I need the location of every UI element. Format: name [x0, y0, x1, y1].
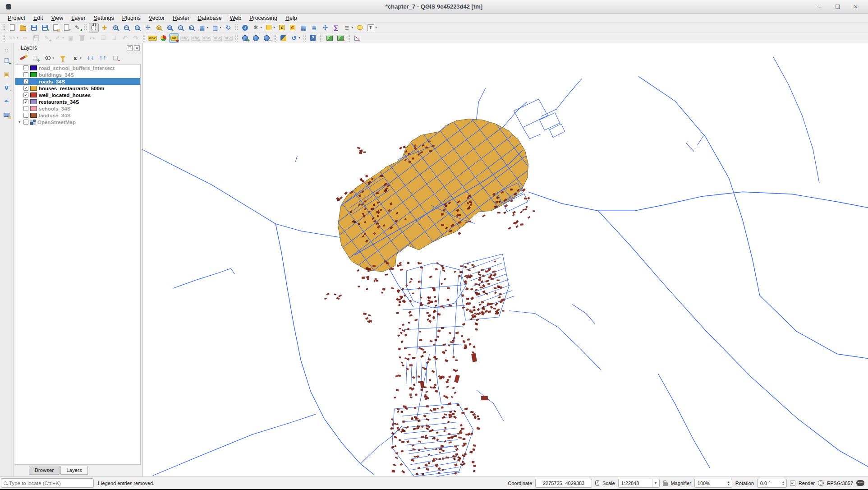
lock-icon[interactable]	[663, 482, 668, 486]
toolbar-labeling-options-button[interactable]: ab	[169, 33, 179, 43]
layer-row-OpenStreetMap[interactable]: ▾OpenStreetMap	[15, 119, 140, 125]
locate-search[interactable]	[1, 478, 94, 488]
open-layer-styling-button[interactable]	[18, 53, 28, 63]
toolbar-zoom-next-button[interactable]: ▸	[186, 23, 196, 32]
layer-row-restaurants_34S[interactable]: ✓restaurants_34S	[15, 98, 140, 105]
toolbar-statistical-summary-button[interactable]: ∑	[331, 23, 341, 32]
toolbar-layer-diagram-button[interactable]	[158, 33, 168, 43]
crs-value[interactable]: EPSG:3857	[827, 481, 853, 486]
filter-legend-button[interactable]	[58, 53, 68, 63]
layer-visibility-checkbox[interactable]	[23, 65, 28, 70]
toolbar-map-tips-button[interactable]	[355, 23, 365, 32]
toolbar-zoom-last-button[interactable]: ◂	[175, 23, 185, 32]
maximize-button[interactable]: ❑	[832, 3, 844, 11]
toolbar-python-console-button[interactable]	[278, 33, 288, 43]
new-spatialite-layer-button[interactable]: ✒	[2, 97, 12, 106]
menu-project[interactable]: Project	[4, 14, 29, 22]
toolbar-drag-handle[interactable]	[84, 24, 87, 31]
toolbar-drag-handle[interactable]	[303, 34, 306, 42]
remove-layer-button[interactable]: ❏−	[110, 53, 120, 63]
toolbar-select-by-expression-button[interactable]: ε	[277, 23, 287, 32]
data-source-manager-button[interactable]: ❏+	[2, 56, 12, 65]
float-panel-button[interactable]: ❐	[127, 45, 133, 51]
toolbar-processing-toolbox-button[interactable]: ✣	[320, 23, 330, 32]
menu-processing[interactable]: Processing	[245, 14, 281, 22]
layer-visibility-checkbox[interactable]: ✓	[23, 86, 28, 91]
toolbar-processing-history-button[interactable]: ↺▾	[289, 33, 301, 43]
toolbar-refresh-map-button[interactable]: ↻	[223, 23, 233, 32]
toolbar-new-map-view-button[interactable]: ▦▾	[197, 23, 209, 32]
manage-map-themes-button[interactable]: ▾	[43, 53, 55, 63]
layer-visibility-checkbox[interactable]	[23, 72, 28, 77]
menu-settings[interactable]: Settings	[90, 14, 118, 22]
spinner-arrows-icon[interactable]: ▲▼	[780, 479, 786, 487]
toolbar-open-project-button[interactable]	[18, 23, 28, 32]
layer-visibility-checkbox[interactable]: ✓	[23, 99, 28, 104]
tab-layers[interactable]: Layers	[60, 466, 88, 475]
toolbar-layout-manager-button[interactable]: ✦	[61, 23, 71, 32]
toolbar-osm-place-search-button[interactable]: ∞	[262, 33, 271, 43]
minimize-button[interactable]: –	[814, 3, 826, 11]
close-button[interactable]: ✕	[850, 3, 862, 11]
toolbar-run-feature-action-button[interactable]: ✱▾	[251, 23, 263, 32]
menu-web[interactable]: Web	[226, 14, 245, 22]
toolbar-field-calculator-button[interactable]: ≣	[309, 23, 319, 32]
crs-globe-icon[interactable]	[818, 480, 824, 486]
spinner-arrows-icon[interactable]: ▲▼	[726, 479, 732, 487]
filter-by-expression-button[interactable]: ε▾	[70, 53, 83, 63]
map-canvas[interactable]	[142, 43, 868, 476]
toolbar-save-project-button[interactable]	[29, 23, 39, 32]
new-shapefile-layer-button[interactable]: V∙	[2, 83, 12, 92]
toolbar-deselect-features-button[interactable]: ∅	[288, 23, 298, 32]
toolbar-layer-labeling-button[interactable]: abc	[147, 33, 157, 43]
toolbar-zoom-out-button[interactable]: −	[121, 23, 131, 32]
toolbar-drag-handle[interactable]	[320, 34, 323, 42]
menu-view[interactable]: View	[47, 14, 67, 22]
toolbar-drag-handle[interactable]	[5, 49, 8, 52]
expand-arrow-icon[interactable]: ▾	[17, 120, 22, 124]
toolbar-new-project-button[interactable]	[7, 23, 17, 32]
toolbar-drag-handle[interactable]	[2, 34, 5, 42]
toolbar-help-contents-button[interactable]: ?	[308, 33, 318, 43]
render-checkbox[interactable]: ✓	[790, 481, 795, 486]
menu-raster[interactable]: Raster	[169, 14, 193, 22]
toolbar-quickmap-settings-button[interactable]: ✦	[335, 33, 345, 43]
toolbar-text-annotation-button[interactable]: T▾	[366, 23, 378, 32]
toolbar-quickmap-services-button[interactable]	[325, 33, 335, 43]
toolbar-search-geonames-button[interactable]: ◎	[251, 33, 261, 43]
toolbar-identify-features-button[interactable]: i	[240, 23, 250, 32]
toolbar-drag-handle[interactable]	[235, 34, 238, 42]
menu-help[interactable]: Help	[281, 14, 301, 22]
toolbar-zoom-to-layer-button[interactable]: ▤	[165, 23, 175, 32]
layer-visibility-checkbox[interactable]	[23, 106, 28, 111]
new-virtual-layer-button[interactable]: ▥	[2, 110, 12, 120]
menu-layer[interactable]: Layer	[67, 14, 89, 22]
new-geopackage-layer-button[interactable]: ▣	[2, 69, 12, 79]
toolbar-drag-handle[interactable]	[347, 34, 350, 42]
toolbar-pan-map-button[interactable]	[89, 23, 99, 32]
toolbar-drag-handle[interactable]	[235, 24, 238, 31]
locate-input[interactable]	[9, 481, 91, 486]
scale-combo[interactable]: 1:22848 ▼	[618, 479, 660, 488]
toolbar-metasearch-button[interactable]: ✚	[240, 33, 250, 43]
tab-browser[interactable]: Browser	[29, 466, 60, 475]
toolbar-pan-to-selection-button[interactable]: ✚	[100, 23, 110, 32]
layer-visibility-checkbox[interactable]	[23, 120, 28, 125]
layer-row-well_located_houses[interactable]: ✓well_located_houses	[15, 92, 140, 98]
layer-visibility-checkbox[interactable]: ✓	[23, 79, 28, 84]
toolbar-profile-tool-button[interactable]	[352, 33, 362, 43]
toolbar-new-print-layout-button[interactable]: ▤	[51, 23, 60, 32]
layer-row-houses_restaurants_500m[interactable]: ✓houses_restaurants_500m	[15, 85, 140, 92]
layer-visibility-checkbox[interactable]	[23, 113, 28, 118]
close-panel-button[interactable]: ✕	[134, 45, 140, 51]
collapse-all-button[interactable]: ↑↑	[98, 53, 108, 63]
magnifier-spinbox[interactable]: 100% ▲▼	[694, 479, 732, 488]
toolbar-new-3d-map-view-button[interactable]: ▥▾	[210, 23, 222, 32]
layer-visibility-checkbox[interactable]: ✓	[23, 92, 28, 97]
menu-plugins[interactable]: Plugins	[118, 14, 145, 22]
toolbar-style-manager-button[interactable]: ✎a	[72, 23, 82, 32]
toolbar-measure-line-button[interactable]: ≡▾	[342, 23, 354, 32]
coordinate-input[interactable]	[535, 479, 592, 488]
add-group-button[interactable]: ❏+	[30, 53, 40, 63]
toolbar-zoom-in-button[interactable]: +	[110, 23, 120, 32]
